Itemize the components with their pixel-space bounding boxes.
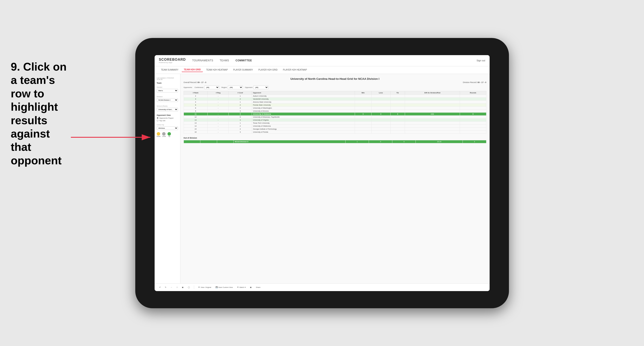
legend-level: Level — [162, 132, 166, 137]
table-row[interactable]: 13-1Texas Tech University — [184, 121, 486, 124]
legend-up: Up — [168, 132, 171, 137]
sign-out-button[interactable]: Sign out — [476, 59, 485, 62]
out-div-win: 1 — [346, 140, 369, 143]
table-row[interactable]: 2-1Auburn University — [184, 94, 486, 97]
logo-area: SCOREBOARD Powered by clippi — [159, 58, 186, 63]
last-updated: Last Updated: 27/03/2024 16:55:38 — [157, 77, 178, 80]
sub-nav: TEAM SUMMARY TEAM H2H GRID TEAM H2H HEAT… — [154, 66, 490, 74]
col-loss: Loss — [371, 91, 390, 94]
filters-row: Opponents: Conference (All) Region (All) — [184, 86, 486, 89]
table-row[interactable]: 8-2University of Washington — [184, 106, 486, 109]
out-div-diff: 26.00 — [416, 140, 463, 143]
nav-teams[interactable]: TEAMS — [220, 58, 229, 63]
tab-team-summary[interactable]: TEAM SUMMARY — [159, 68, 181, 72]
level-color-dot — [162, 132, 166, 136]
bottom-toolbar: ↺ ↻ ← □ ▣ ◯ 👁 View: Original 💾 Save Cust… — [154, 283, 490, 291]
col-rounds: Rounds — [460, 91, 486, 94]
col-tie: Tie — [390, 91, 405, 94]
col-conf: # Conf — [229, 91, 252, 94]
gender-select[interactable]: Men's — [157, 89, 178, 92]
sidebar: Last Updated: 27/03/2024 16:55:38 Team G… — [154, 74, 180, 283]
logo-text: SCOREBOARD — [159, 58, 186, 61]
instruction-text: 9. Click on a team's row to highlight re… — [11, 60, 71, 167]
out-div-rounds: 3 — [463, 140, 486, 143]
out-of-division-section: Out of division NCAA Division II 1 0 — [184, 137, 486, 143]
table-row[interactable]: 4-1Arizona State University — [184, 100, 486, 103]
up-color-dot — [168, 132, 171, 136]
toolbar-back[interactable]: ← — [170, 286, 174, 289]
opponents-filter: Opponents: — [184, 86, 192, 88]
table-row[interactable]: 16-3University of Florida — [184, 130, 486, 133]
table-row[interactable]: 6-2Florida State University — [184, 103, 486, 106]
logo-sub: Powered by clippi — [159, 61, 186, 63]
region-filter: Region (All) — [222, 86, 243, 89]
toolbar-share[interactable]: Share — [255, 286, 262, 289]
table-row[interactable]: 3-2Vanderbilt University — [184, 97, 486, 100]
table-row[interactable]: 13-3University of Virginia — [184, 118, 486, 121]
toolbar-undo[interactable]: ↺ — [158, 286, 162, 289]
main-content: Last Updated: 27/03/2024 16:55:38 Team G… — [154, 74, 490, 283]
col-rank: # Rank — [184, 91, 208, 94]
opponent-filter-select[interactable]: (All) — [254, 86, 268, 89]
toolbar-clock[interactable]: ◯ — [186, 286, 191, 289]
out-div-rank — [184, 140, 200, 143]
tablet-device: SCOREBOARD Powered by clippi TOURNAMENTS… — [135, 38, 509, 308]
down-color-dot — [157, 132, 160, 136]
sidebar-school-label: School (Rank) — [157, 105, 178, 107]
table-header: # Rank # Reg # Conf Opponent Win Loss Ti… — [184, 91, 486, 94]
radio-dot-opponents — [157, 117, 158, 119]
sidebar-division-label: Division — [157, 96, 178, 98]
out-of-division-row[interactable]: NCAA Division II 1 0 0 26.00 3 — [184, 140, 486, 143]
legend-down: Down — [157, 132, 160, 137]
table-row[interactable]: 15-4Georgia Institute of Technology — [184, 127, 486, 130]
sidebar-team-label: Team — [157, 82, 178, 84]
conference-filter-select[interactable]: (All) — [204, 86, 219, 89]
out-div-conf — [217, 140, 234, 143]
col-opponent: Opponent — [252, 91, 355, 94]
division-record: Division Record: 88 - 17 - 0 — [463, 81, 486, 83]
out-of-division-title: Out of division — [184, 137, 486, 139]
tab-team-h2h-heatmap[interactable]: TEAM H2H HEATMAP — [204, 68, 230, 72]
top-nav: SCOREBOARD Powered by clippi TOURNAMENTS… — [154, 55, 490, 66]
tab-team-h2h-grid[interactable]: TEAM H2H GRID — [182, 67, 203, 72]
table-body: 2-1Auburn University3-2Vanderbilt Univer… — [184, 94, 486, 133]
table-row[interactable]: 9-3University of Arizona — [184, 109, 486, 112]
h2h-table: # Rank # Reg # Conf Opponent Win Loss Ti… — [184, 91, 486, 134]
radio-top100[interactable]: Top 100 — [157, 120, 178, 122]
color-legend: Down Level Up — [157, 132, 178, 137]
opponent-view-radio-group: Opponents Played Top 100 — [157, 117, 178, 122]
colour-by-select[interactable]: Win/loss — [157, 126, 178, 130]
grid-panel: University of North Carolina Head-to-Hea… — [180, 74, 490, 283]
nav-tournaments[interactable]: TOURNAMENTS — [192, 58, 213, 63]
out-div-loss: 0 — [369, 140, 392, 143]
school-select[interactable]: University of Nort... — [157, 108, 178, 111]
grid-title: University of North Carolina Head-to-Hea… — [184, 77, 486, 80]
nav-committee[interactable]: COMMITTEE — [236, 58, 252, 63]
sidebar-gender-label: Gender — [157, 86, 178, 88]
overall-record: Overall Record: 89 - 17 - 0 — [184, 81, 206, 83]
toolbar-redo[interactable]: ↻ — [164, 286, 168, 289]
tab-player-summary[interactable]: PLAYER SUMMARY — [231, 68, 255, 72]
opponent-filter: Opponent (All) — [245, 86, 268, 89]
conference-filter: Conference (All) — [194, 86, 219, 89]
toolbar-view-original[interactable]: 👁 View: Original — [197, 286, 212, 289]
tab-player-h2h-heatmap[interactable]: PLAYER H2H HEATMAP — [281, 68, 309, 72]
division-select[interactable]: NCAA Division I — [157, 98, 178, 102]
toolbar-save-custom[interactable]: 💾 Save Custom View — [214, 286, 234, 289]
toolbar-watch[interactable]: 👁 Watch ▾ — [236, 286, 247, 289]
col-diff: Diff Av Strokes/Rnd — [405, 91, 460, 94]
region-filter-select[interactable]: (All) — [228, 86, 243, 89]
out-of-division-table: NCAA Division II 1 0 0 26.00 3 — [184, 140, 486, 143]
toolbar-copy[interactable]: □ — [176, 286, 179, 289]
out-div-label: NCAA Division II — [234, 140, 346, 143]
table-row[interactable]: 11-5University of Alabama3002.618 — [184, 112, 486, 115]
radio-dot-top100 — [157, 120, 158, 121]
col-win: Win — [355, 91, 371, 94]
toolbar-paste[interactable]: ▣ — [180, 286, 185, 289]
tab-player-h2h-grid[interactable]: PLAYER H2H GRID — [256, 68, 280, 72]
toolbar-screen[interactable]: ▣ — [249, 286, 253, 289]
table-row[interactable]: 12-6University of Arkansas, Fayetteville — [184, 115, 486, 118]
tablet-screen: SCOREBOARD Powered by clippi TOURNAMENTS… — [154, 55, 490, 291]
table-row[interactable]: 14-2University of Oklahoma — [184, 124, 486, 127]
radio-opponents-played[interactable]: Opponents Played — [157, 117, 178, 119]
